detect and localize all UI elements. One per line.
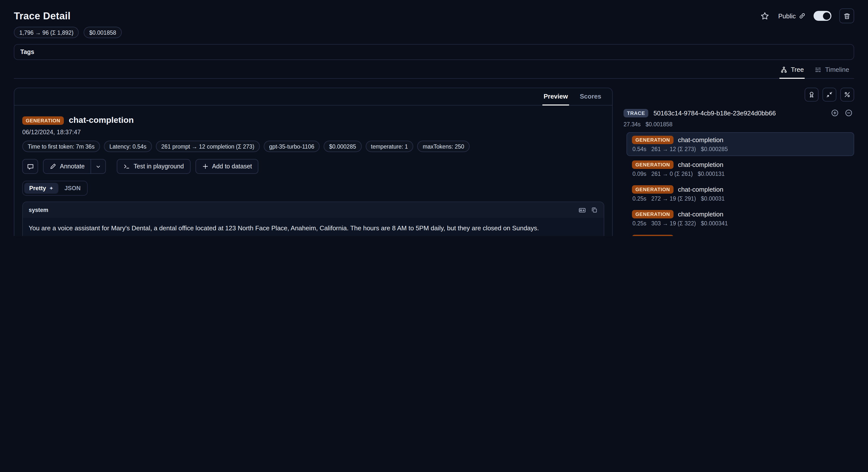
tree-item-latency: 0.09s <box>632 171 646 177</box>
toggle-knob <box>823 12 830 20</box>
collapse-all-button[interactable] <box>823 88 836 101</box>
award-icon <box>808 91 815 98</box>
annotate-button[interactable]: Annotate <box>43 159 91 174</box>
star-icon[interactable] <box>760 10 770 21</box>
tree-item-tokens: 303 → 19 (Σ 322) <box>651 220 696 226</box>
metric-pill: maxTokens: 250 <box>417 141 470 152</box>
tab-scores[interactable]: Scores <box>574 88 607 105</box>
tree-icon <box>780 66 787 73</box>
observation-card: Preview Scores GENERATION chat-completio… <box>14 88 613 236</box>
chevron-down-icon <box>95 163 101 170</box>
generation-badge: GENERATION <box>632 210 674 218</box>
tree-item-top: GENERATION chat-completion <box>632 136 849 144</box>
tags-label: Tags <box>20 49 34 56</box>
tree-item-tokens: 272 → 19 (Σ 291) <box>651 196 696 202</box>
percent-icon <box>844 91 851 98</box>
collapse-node-icon[interactable] <box>843 108 854 118</box>
tree-item-cost: $0.000131 <box>698 171 725 177</box>
tree-item[interactable]: GENERATION chat-completion 0.54s 261 → 1… <box>626 132 854 156</box>
message-body: You are a voice assistant for Mary's Den… <box>23 218 604 236</box>
generation-badge: GENERATION <box>632 136 674 144</box>
trace-stats: 27.34s $0.001858 <box>623 121 854 127</box>
tree-item-stats: 0.25s 303 → 19 (Σ 322) $0.000341 <box>632 220 849 226</box>
token-usage-badge: 1,796 → 96 (Σ 1,892) <box>14 27 79 38</box>
tree-item-stats: 0.09s 261 → 0 (Σ 261) $0.000131 <box>632 171 849 177</box>
metric-pill: temperature: 1 <box>366 141 413 152</box>
copy-icon[interactable] <box>589 205 600 215</box>
trace-tree-panel: TRACE 50163c14-9784-4cb9-b18e-23e924d0bb… <box>623 88 854 236</box>
message-header: system <box>23 202 604 218</box>
tree-item-tokens: 261 → 12 (Σ 273) <box>651 146 696 152</box>
markdown-toggle-icon[interactable] <box>577 205 587 215</box>
metric-pill: $0.000285 <box>323 141 362 152</box>
tree-item-cost: $0.000341 <box>701 220 728 226</box>
trace-id: 50163c14-9784-4cb9-b18e-23e924d0bb66 <box>653 109 825 117</box>
tree-item-cost: $0.000285 <box>701 146 728 152</box>
test-in-playground-button[interactable]: Test in playground <box>117 159 190 174</box>
generation-type-badge: GENERATION <box>22 116 64 124</box>
messages: system You are a voice assistant for Mar… <box>22 202 604 236</box>
message-box: system You are a voice assistant for Mar… <box>22 202 604 236</box>
observation-body: GENERATION chat-completion 06/12/2024, 1… <box>14 106 612 236</box>
trace-latency: 27.34s <box>623 121 641 127</box>
metric-pill: Latency: 0.54s <box>104 141 152 152</box>
tree-item-latency: 0.25s <box>632 196 646 202</box>
tab-timeline[interactable]: Timeline <box>810 62 854 78</box>
generation-badge: GENERATION <box>632 185 674 194</box>
trace-root-row[interactable]: TRACE 50163c14-9784-4cb9-b18e-23e924d0bb… <box>623 108 854 118</box>
tree-item-name: chat-completion <box>678 235 723 236</box>
pencil-icon <box>50 163 56 170</box>
first-message-mount: system You are a voice assistant for Mar… <box>22 202 604 236</box>
public-link[interactable]: Public <box>778 12 806 20</box>
delete-trace-button[interactable] <box>839 8 854 23</box>
observation-actions: Annotate Test in playground <box>22 159 604 174</box>
message-header-icons <box>577 205 600 215</box>
expand-all-icon[interactable] <box>829 108 840 118</box>
tree-item-stats: 0.54s 261 → 12 (Σ 273) $0.000285 <box>632 146 849 152</box>
link-icon <box>799 12 806 19</box>
metrics-display-button[interactable] <box>840 88 854 101</box>
metric-pill: 261 prompt → 12 completion (Σ 273) <box>156 141 260 152</box>
add-to-dataset-label: Add to dataset <box>212 163 252 170</box>
tab-preview[interactable]: Preview <box>538 88 574 105</box>
tree-item[interactable]: GENERATION chat-completion 0.09s 261 → 0… <box>626 157 854 181</box>
main-content: Preview Scores GENERATION chat-completio… <box>14 88 854 236</box>
generation-badge: GENERATION <box>632 160 674 169</box>
collapse-icon <box>826 91 833 98</box>
pretty-label: Pretty <box>29 185 46 192</box>
trace-cost: $0.001858 <box>646 121 673 127</box>
annotate-label: Annotate <box>60 163 85 170</box>
observation-tabs: Preview Scores <box>14 88 612 106</box>
pretty-toggle[interactable]: Pretty ✦ <box>24 183 58 194</box>
tab-tree[interactable]: Tree <box>775 62 809 78</box>
public-label: Public <box>778 12 796 20</box>
scores-display-button[interactable] <box>805 88 818 101</box>
annotate-dropdown-button[interactable] <box>91 159 106 174</box>
tags-box[interactable]: Tags <box>14 44 854 60</box>
tree-item-stats: 0.25s 272 → 19 (Σ 291) $0.00031 <box>632 196 849 202</box>
terminal-icon <box>123 163 130 170</box>
tree-toolbar <box>623 88 854 101</box>
tree-item-cost: $0.00031 <box>701 196 725 202</box>
tree-item[interactable]: GENERATION chat-completion 0.25s 303 → 1… <box>626 207 854 230</box>
tree-item[interactable]: GENERATION chat-completion 0.25s 272 → 1… <box>626 182 854 206</box>
tree-items: GENERATION chat-completion 0.54s 261 → 1… <box>626 132 854 236</box>
tree-item-top: GENERATION chat-completion <box>632 185 849 194</box>
generation-badge: GENERATION <box>632 235 674 236</box>
tree-item-tokens: 261 → 0 (Σ 261) <box>651 171 693 177</box>
public-toggle[interactable] <box>813 11 831 21</box>
page-header: Trace Detail Public <box>14 6 854 26</box>
sparkle-icon: ✦ <box>49 185 54 191</box>
tree-item-name: chat-completion <box>678 186 723 193</box>
comment-button[interactable] <box>22 159 38 174</box>
total-cost-badge: $0.001858 <box>84 27 122 38</box>
metric-pill: gpt-35-turbo-1106 <box>264 141 320 152</box>
add-to-dataset-button[interactable]: Add to dataset <box>195 159 258 174</box>
tree-item[interactable]: GENERATION chat-completion 0.26s 335 → 1… <box>626 231 854 236</box>
json-toggle[interactable]: JSON <box>59 183 85 194</box>
trace-summary-badges: 1,796 → 96 (Σ 1,892) $0.001858 <box>14 27 854 38</box>
tab-timeline-label: Timeline <box>825 66 849 73</box>
comment-icon <box>27 163 34 170</box>
tree-item-top: GENERATION chat-completion <box>632 160 849 169</box>
tree-item-top: GENERATION chat-completion <box>632 210 849 218</box>
